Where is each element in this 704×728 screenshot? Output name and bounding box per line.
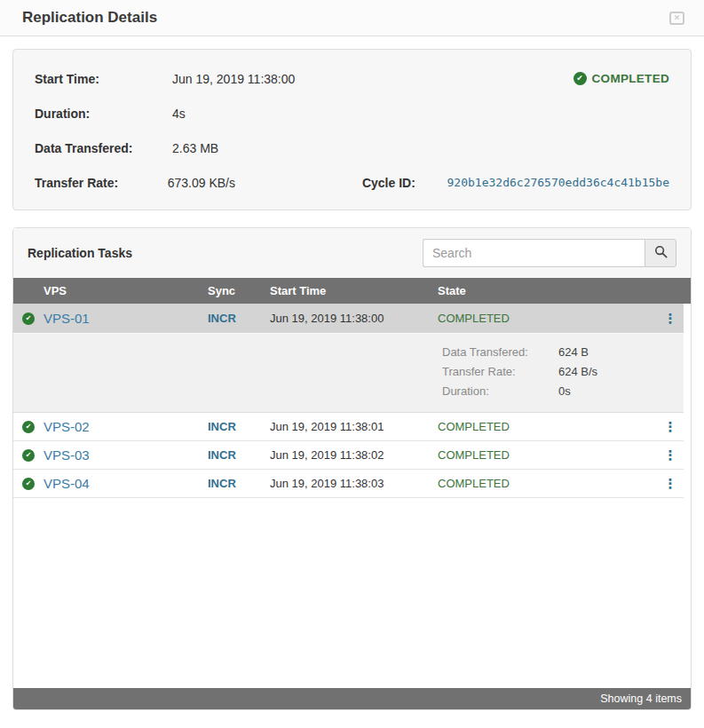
status-badge-label: COMPLETED bbox=[592, 72, 669, 85]
column-header-vps: VPS bbox=[13, 284, 208, 297]
row-menu-icon[interactable]: ⋮ bbox=[664, 419, 677, 434]
check-circle-icon: ✔ bbox=[22, 478, 35, 490]
replication-tasks-panel: Replication Tasks VPS Sync Start Time St… bbox=[12, 227, 692, 710]
close-icon[interactable]: ✕ bbox=[669, 12, 684, 25]
state-value: COMPLETED bbox=[438, 312, 657, 325]
row-menu-icon[interactable]: ⋮ bbox=[664, 311, 677, 326]
tasks-toolbar: Replication Tasks bbox=[13, 228, 691, 278]
search-group bbox=[423, 239, 676, 267]
data-transfered-label: Data Transfered: bbox=[35, 141, 172, 155]
column-header-state: State bbox=[438, 284, 664, 297]
transfer-rate-value: 673.09 KB/s bbox=[168, 176, 362, 190]
duration-value: 4s bbox=[172, 107, 186, 121]
table-row[interactable]: ✔ VPS-02 INCR Jun 19, 2019 11:38:01 COMP… bbox=[13, 413, 684, 441]
duration-label: Duration: bbox=[35, 107, 172, 121]
summary-row-duration: Duration: 4s bbox=[35, 96, 669, 131]
check-circle-icon: ✔ bbox=[22, 313, 35, 325]
vps-link[interactable]: VPS-02 bbox=[44, 419, 90, 434]
check-circle-icon: ✔ bbox=[22, 449, 35, 462]
table-footer: Showing 4 items bbox=[13, 688, 691, 709]
detail-label: Data Transfered: bbox=[442, 343, 558, 362]
detail-label: Duration: bbox=[442, 382, 558, 401]
start-time-label: Start Time: bbox=[35, 72, 172, 86]
table-row[interactable]: ✔ VPS-04 INCR Jun 19, 2019 11:38:03 COMP… bbox=[13, 470, 684, 498]
check-circle-icon: ✔ bbox=[573, 72, 587, 85]
start-time-value: Jun 19, 2019 11:38:00 bbox=[270, 312, 438, 325]
detail-row-duration: Duration: 0s bbox=[442, 382, 684, 401]
cycle-id-label: Cycle ID: bbox=[362, 176, 447, 190]
sync-value: INCR bbox=[208, 420, 270, 433]
table-row[interactable]: ✔ VPS-01 INCR Jun 19, 2019 11:38:00 COMP… bbox=[13, 304, 684, 333]
detail-value: 624 B/s bbox=[558, 362, 597, 382]
start-time-value: Jun 19, 2019 11:38:00 bbox=[172, 72, 573, 86]
start-time-value: Jun 19, 2019 11:38:03 bbox=[270, 477, 438, 490]
state-value: COMPLETED bbox=[438, 448, 657, 462]
detail-row-transfer-rate: Transfer Rate: 624 B/s bbox=[442, 362, 684, 382]
row-details-panel: Data Transfered: 624 B Transfer Rate: 62… bbox=[13, 333, 684, 413]
table-header-row: VPS Sync Start Time State bbox=[13, 278, 691, 304]
column-header-start-time: Start Time bbox=[270, 284, 438, 297]
summary-row-data-transfered: Data Transfered: 2.63 MB bbox=[35, 131, 669, 165]
check-circle-icon: ✔ bbox=[22, 421, 35, 433]
vps-link[interactable]: VPS-03 bbox=[44, 447, 90, 463]
sync-value: INCR bbox=[208, 448, 270, 462]
status-badge: ✔ COMPLETED bbox=[573, 72, 669, 85]
sync-value: INCR bbox=[208, 477, 270, 490]
start-time-value: Jun 19, 2019 11:38:01 bbox=[270, 420, 438, 433]
column-header-sync: Sync bbox=[208, 284, 270, 297]
detail-row-data-transfered: Data Transfered: 624 B bbox=[442, 343, 684, 362]
table-row[interactable]: ✔ VPS-03 INCR Jun 19, 2019 11:38:02 COMP… bbox=[13, 441, 684, 470]
tasks-title: Replication Tasks bbox=[28, 246, 132, 260]
search-icon bbox=[654, 245, 668, 262]
state-value: COMPLETED bbox=[438, 477, 657, 490]
vps-link[interactable]: VPS-04 bbox=[44, 476, 90, 491]
state-value: COMPLETED bbox=[438, 420, 657, 433]
detail-value: 0s bbox=[558, 382, 571, 401]
summary-row-transfer-rate: Transfer Rate: 673.09 KB/s Cycle ID: 920… bbox=[35, 165, 669, 200]
transfer-rate-label: Transfer Rate: bbox=[35, 176, 168, 190]
sync-value: INCR bbox=[208, 312, 270, 325]
row-menu-icon[interactable]: ⋮ bbox=[664, 447, 677, 463]
row-menu-icon[interactable]: ⋮ bbox=[664, 476, 677, 491]
items-count-text: Showing 4 items bbox=[600, 692, 682, 705]
vps-link[interactable]: VPS-01 bbox=[44, 311, 90, 326]
summary-row-start-time: Start Time: Jun 19, 2019 11:38:00 ✔ COMP… bbox=[35, 61, 669, 96]
search-input[interactable] bbox=[423, 239, 645, 267]
detail-label: Transfer Rate: bbox=[442, 362, 558, 382]
table-body: ✔ VPS-01 INCR Jun 19, 2019 11:38:00 COMP… bbox=[13, 304, 684, 498]
detail-value: 624 B bbox=[558, 343, 589, 362]
data-transfered-value: 2.63 MB bbox=[172, 141, 218, 155]
cycle-id-value: 920b1e32d6c276570edd36c4c41b15be bbox=[447, 176, 669, 189]
replication-summary-panel: Start Time: Jun 19, 2019 11:38:00 ✔ COMP… bbox=[12, 49, 692, 210]
dialog-header: Replication Details ✕ bbox=[0, 0, 704, 36]
search-button[interactable] bbox=[645, 239, 676, 267]
start-time-value: Jun 19, 2019 11:38:02 bbox=[270, 448, 438, 462]
dialog-title: Replication Details bbox=[22, 9, 157, 27]
table-empty-space bbox=[13, 498, 691, 688]
